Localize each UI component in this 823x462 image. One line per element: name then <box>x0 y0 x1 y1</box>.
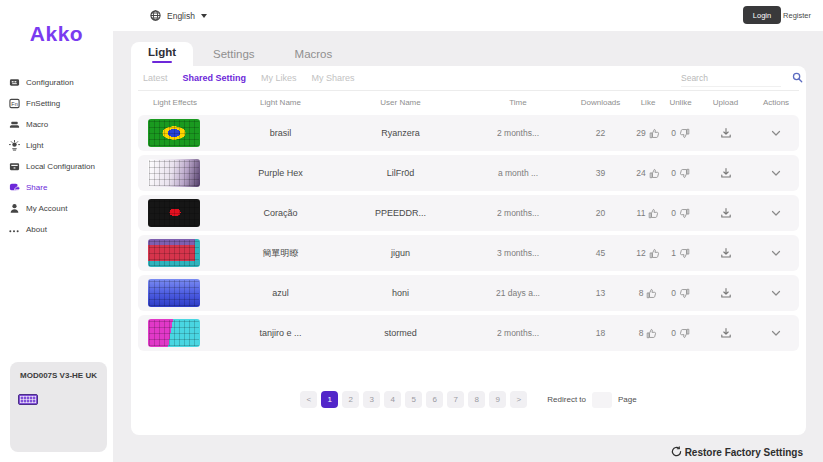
next-page-button[interactable]: > <box>510 391 527 408</box>
macro-icon <box>8 119 20 131</box>
login-button[interactable]: Login <box>743 6 781 24</box>
time-value: 21 days a... <box>468 288 568 298</box>
column-header: Like <box>633 98 663 107</box>
about-icon <box>8 224 20 236</box>
time-value: 2 months... <box>468 128 568 138</box>
download-button[interactable] <box>698 287 753 299</box>
like-control[interactable]: 12 <box>633 248 663 259</box>
my-account-icon <box>8 203 20 215</box>
column-header: Time <box>468 98 568 107</box>
device-card[interactable]: MOD007S V3-HE UK <box>10 362 107 452</box>
restore-factory-settings-button[interactable]: Restore Factory Settings <box>671 443 803 461</box>
user-name: LilFr0d <box>333 168 468 178</box>
sidebar-item-label: About <box>26 225 47 234</box>
sidebar-item-label: Local Configuration <box>26 162 95 171</box>
redirect-page-input[interactable] <box>592 392 612 408</box>
time-value: a month ... <box>468 168 568 178</box>
column-header: Upload <box>698 98 753 107</box>
page-button-6[interactable]: 6 <box>426 391 443 408</box>
pagination: < 123456789 > Redirect to Page <box>138 391 799 408</box>
redirect-label: Redirect to <box>547 395 586 404</box>
table-row: brasil Ryanzera 2 months... 22 29 0 <box>138 115 799 151</box>
sub-tabs: LatestShared SettingMy LikesMy Shares <box>138 66 799 91</box>
light-name: Purple Hex <box>228 168 333 178</box>
tab-settings[interactable]: Settings <box>213 48 255 66</box>
register-button[interactable]: Register <box>783 11 811 20</box>
language-label: English <box>167 11 195 21</box>
like-control[interactable]: 24 <box>633 168 663 179</box>
search-input[interactable] <box>681 73 792 83</box>
light-name: brasil <box>228 128 333 138</box>
like-control[interactable]: 8 <box>633 288 663 299</box>
like-control[interactable]: 11 <box>633 208 663 219</box>
unlike-count: 0 <box>671 328 676 338</box>
sidebar-item-local-configuration[interactable]: Local Configuration <box>0 156 113 177</box>
column-header: Unlike <box>663 98 698 107</box>
sidebar-item-label: Configuration <box>26 78 74 87</box>
light-effect-thumbnail <box>148 279 200 307</box>
page-button-7[interactable]: 7 <box>447 391 464 408</box>
like-control[interactable]: 29 <box>633 128 663 139</box>
table-row: tanjiro e ... stormed 2 months... 18 8 0 <box>138 315 799 351</box>
search-icon[interactable] <box>792 69 803 87</box>
page-button-9[interactable]: 9 <box>489 391 506 408</box>
unlike-count: 0 <box>671 288 676 298</box>
like-count: 8 <box>639 288 644 298</box>
sidebar-item-about[interactable]: About <box>0 219 113 240</box>
user-name: jigun <box>333 248 468 258</box>
expand-row-button[interactable] <box>753 129 799 138</box>
like-count: 8 <box>639 328 644 338</box>
unlike-control[interactable]: 0 <box>663 208 698 219</box>
local-configuration-icon <box>8 161 20 173</box>
page-button-4[interactable]: 4 <box>384 391 401 408</box>
user-name: stormed <box>333 328 468 338</box>
table-body: brasil Ryanzera 2 months... 22 29 0 <box>138 115 799 351</box>
page-button-3[interactable]: 3 <box>363 391 380 408</box>
prev-page-button[interactable]: < <box>300 391 317 408</box>
unlike-control[interactable]: 0 <box>663 328 698 339</box>
language-selector[interactable]: English <box>150 7 207 25</box>
page-button-8[interactable]: 8 <box>468 391 485 408</box>
sidebar-item-share[interactable]: Share <box>0 177 113 198</box>
sub-tab-shared-setting[interactable]: Shared Setting <box>183 73 247 83</box>
table-row: Purple Hex LilFr0d a month ... 39 24 0 <box>138 155 799 191</box>
downloads-count: 13 <box>568 288 633 298</box>
download-button[interactable] <box>698 167 753 179</box>
sidebar-item-fnsetting[interactable]: Fn FnSetting <box>0 93 113 114</box>
sub-tab-latest[interactable]: Latest <box>143 73 168 83</box>
download-button[interactable] <box>698 327 753 339</box>
expand-row-button[interactable] <box>753 209 799 218</box>
sidebar-item-configuration[interactable]: Configuration <box>0 72 113 93</box>
page-button-1[interactable]: 1 <box>321 391 338 408</box>
unlike-control[interactable]: 0 <box>663 288 698 299</box>
like-control[interactable]: 8 <box>633 328 663 339</box>
user-name: Ryanzera <box>333 128 468 138</box>
sub-tab-my-shares[interactable]: My Shares <box>312 73 355 83</box>
sidebar-item-my-account[interactable]: My Account <box>0 198 113 219</box>
unlike-control[interactable]: 0 <box>663 128 698 139</box>
expand-row-button[interactable] <box>753 289 799 298</box>
sidebar-item-macro[interactable]: Macro <box>0 114 113 135</box>
unlike-control[interactable]: 1 <box>663 248 698 259</box>
download-button[interactable] <box>698 247 753 259</box>
svg-text:Fn: Fn <box>11 101 17 107</box>
sidebar-item-light[interactable]: Light <box>0 135 113 156</box>
user-name: PPEEDDR... <box>333 208 468 218</box>
expand-row-button[interactable] <box>753 329 799 338</box>
expand-row-button[interactable] <box>753 249 799 258</box>
light-effect-thumbnail <box>148 319 200 347</box>
tab-light[interactable]: Light <box>131 42 193 66</box>
sidebar: Akko Configuration Fn FnSetting Macro Li… <box>0 0 113 462</box>
tab-macros[interactable]: Macros <box>295 48 333 66</box>
sidebar-item-label: Macro <box>26 120 48 129</box>
time-value: 3 months... <box>468 248 568 258</box>
page-button-5[interactable]: 5 <box>405 391 422 408</box>
expand-row-button[interactable] <box>753 169 799 178</box>
page-button-2[interactable]: 2 <box>342 391 359 408</box>
download-button[interactable] <box>698 207 753 219</box>
sub-tab-my-likes[interactable]: My Likes <box>261 73 297 83</box>
sidebar-item-label: My Account <box>26 204 67 213</box>
download-button[interactable] <box>698 127 753 139</box>
unlike-control[interactable]: 0 <box>663 168 698 179</box>
downloads-count: 45 <box>568 248 633 258</box>
